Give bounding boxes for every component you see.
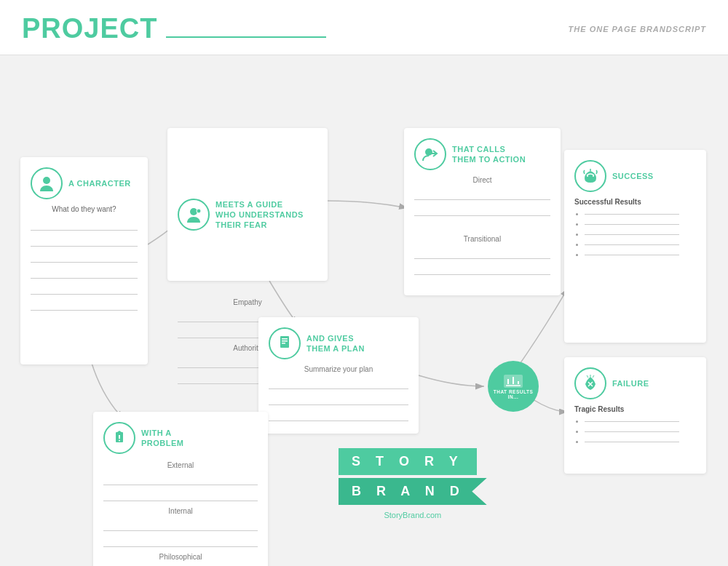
plan-line2[interactable] xyxy=(269,394,408,405)
svg-point-4 xyxy=(425,148,432,156)
problem-internal-line1[interactable] xyxy=(103,519,258,531)
storybrand-logo: S T O R Y B R A N D StoryBrand.com xyxy=(339,448,487,519)
cta-icon xyxy=(414,138,446,170)
cta-transitional-line1[interactable] xyxy=(414,247,550,259)
project-title: PROJECT xyxy=(22,13,157,44)
success-icon xyxy=(574,160,606,192)
cta-card: THAT CALLSTHEM TO ACTION Direct Transiti… xyxy=(404,128,561,295)
canvas: A CHARACTER What do they want? xyxy=(0,55,728,566)
plan-line3[interactable] xyxy=(269,410,408,421)
plan-summarize-label: Summarize your plan xyxy=(269,365,408,373)
plan-icon xyxy=(269,327,301,359)
guide-empathy-label: Empathy xyxy=(178,298,317,306)
success-subtitle: Successful Results xyxy=(574,198,696,206)
character-card: A CHARACTER What do they want? xyxy=(20,157,148,364)
character-icon xyxy=(31,167,63,199)
results-badge: THAT RESULTS IN... xyxy=(488,361,539,412)
success-card: SUCCESS Successful Results xyxy=(564,150,706,343)
character-line-6[interactable] xyxy=(31,299,138,311)
svg-line-24 xyxy=(587,375,588,378)
problem-internal-line2[interactable] xyxy=(103,535,258,547)
project-line xyxy=(166,36,326,38)
svg-point-3 xyxy=(197,209,201,213)
failure-card: FAILURE Tragic Results xyxy=(564,357,706,474)
svg-point-13 xyxy=(119,440,120,442)
character-title: A CHARACTER xyxy=(68,178,131,188)
cta-transitional-label: Transitional xyxy=(414,235,550,243)
problem-icon xyxy=(103,422,135,454)
guide-icon xyxy=(178,199,210,231)
success-title: SUCCESS xyxy=(612,171,654,181)
svg-point-20 xyxy=(593,175,594,177)
plan-card: AND GIVESTHEM A PLAN Summarize your plan xyxy=(258,317,419,434)
cta-title: THAT CALLSTHEM TO ACTION xyxy=(452,144,526,165)
character-line-3[interactable] xyxy=(31,251,138,263)
success-bullets xyxy=(574,210,696,258)
cta-direct-label: Direct xyxy=(414,176,550,184)
plan-line1[interactable] xyxy=(269,378,408,389)
problem-external-line2[interactable] xyxy=(103,490,258,501)
problem-internal-label: Internal xyxy=(103,507,258,515)
cta-direct-line1[interactable] xyxy=(414,188,550,200)
svg-rect-7 xyxy=(282,338,288,340)
plan-title: AND GIVESTHEM A PLAN xyxy=(306,333,365,354)
failure-subtitle: Tragic Results xyxy=(574,405,696,413)
svg-point-1 xyxy=(43,177,50,184)
storybrand-story: S T O R Y xyxy=(339,448,477,475)
character-line-5[interactable] xyxy=(31,283,138,295)
character-line-1[interactable] xyxy=(31,219,138,231)
svg-rect-8 xyxy=(282,340,288,342)
storybrand-url[interactable]: StoryBrand.com xyxy=(339,511,487,519)
svg-rect-6 xyxy=(280,336,289,348)
character-line-4[interactable] xyxy=(31,267,138,279)
cta-direct-line2[interactable] xyxy=(414,204,550,216)
problem-title: WITH APROBLEM xyxy=(141,428,184,449)
results-label: THAT RESULTS IN... xyxy=(488,389,539,399)
guide-title: MEETS A GUIDEWHO UNDERSTANDSTHEIR FEAR xyxy=(215,199,304,231)
storybrand-brand: B R A N D xyxy=(339,478,487,505)
problem-external-line1[interactable] xyxy=(103,474,258,485)
svg-line-25 xyxy=(593,375,594,378)
failure-bullets xyxy=(574,418,696,445)
guide-card: MEETS A GUIDEWHO UNDERSTANDSTHEIR FEAR E… xyxy=(167,128,328,281)
svg-rect-9 xyxy=(282,343,285,344)
page: PROJECT THE ONE PAGE BRANDSCRIPT xyxy=(0,0,728,566)
svg-point-19 xyxy=(587,175,588,177)
svg-marker-11 xyxy=(117,431,122,432)
problem-philosophical-label: Philosophical xyxy=(103,553,258,561)
failure-icon xyxy=(574,367,606,399)
header-left: PROJECT xyxy=(22,13,326,44)
character-line-2[interactable] xyxy=(31,235,138,247)
header: PROJECT THE ONE PAGE BRANDSCRIPT xyxy=(0,0,728,55)
svg-point-2 xyxy=(190,208,197,215)
failure-title: FAILURE xyxy=(612,378,649,388)
character-subtitle: What do they want? xyxy=(31,205,138,213)
problem-external-label: External xyxy=(103,461,258,469)
problem-card: WITH APROBLEM External Internal Philosop… xyxy=(93,412,268,566)
page-subtitle: THE ONE PAGE BRANDSCRIPT xyxy=(569,25,706,33)
cta-transitional-line2[interactable] xyxy=(414,263,550,275)
